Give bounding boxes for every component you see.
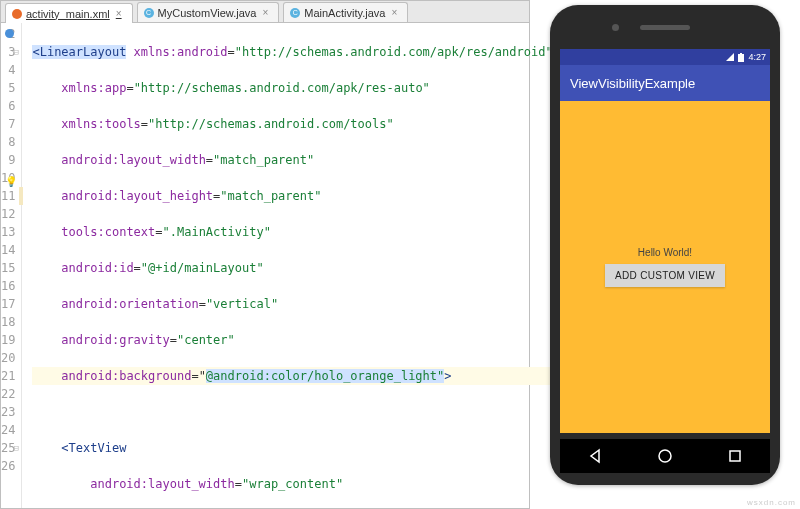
xml-tag: <LinearLayout [32, 45, 126, 59]
svg-point-4 [659, 450, 671, 462]
tab-mycustomview-java[interactable]: C MyCustomView.java × [137, 2, 280, 22]
code-area[interactable]: 2 3 4 5 6 7 8 9 💡10 11 12 13 14 15 16 17… [1, 23, 529, 508]
fold-icon[interactable]: ⊟ [13, 43, 18, 61]
editor-tabs: activity_main.xml × C MyCustomView.java … [1, 1, 529, 23]
status-bar: 4:27 [560, 49, 770, 65]
svg-rect-2 [740, 53, 742, 54]
home-icon[interactable] [657, 448, 673, 464]
watermark: wsxdn.com [747, 498, 796, 507]
tab-label: MyCustomView.java [158, 7, 257, 19]
app-body: Hello World! ADD CUSTOM VIEW [560, 101, 770, 433]
battery-icon [738, 53, 744, 62]
selected-value: @android:color/holo_orange_light" [206, 369, 444, 383]
svg-rect-1 [738, 54, 744, 62]
close-icon[interactable]: × [116, 8, 122, 19]
status-time: 4:27 [748, 52, 766, 62]
svg-marker-3 [591, 450, 599, 462]
line-number-gutter: 2 3 4 5 6 7 8 9 💡10 11 12 13 14 15 16 17… [1, 23, 22, 508]
tab-activity-main-xml[interactable]: activity_main.xml × [5, 3, 133, 23]
tab-label: activity_main.xml [26, 8, 110, 20]
svg-rect-5 [730, 451, 740, 461]
close-icon[interactable]: × [391, 7, 397, 18]
xml-file-icon [12, 9, 22, 19]
lightbulb-icon[interactable]: 💡 [5, 173, 14, 182]
app-title: ViewVisibilityExample [570, 76, 695, 91]
tab-mainactivity-java[interactable]: C MainActivity.java × [283, 2, 408, 22]
device-screen: 4:27 ViewVisibilityExample Hello World! … [560, 49, 770, 433]
device-emulator: 4:27 ViewVisibilityExample Hello World! … [550, 5, 780, 485]
breakpoint-icon[interactable] [5, 29, 14, 38]
navigation-bar [560, 439, 770, 473]
sensor-icon [612, 24, 619, 31]
add-custom-view-button[interactable]: ADD CUSTOM VIEW [605, 264, 725, 287]
signal-icon [726, 53, 734, 61]
fold-icon[interactable]: ⊟ [13, 439, 18, 457]
close-icon[interactable]: × [262, 7, 268, 18]
app-bar: ViewVisibilityExample [560, 65, 770, 101]
code-editor-body[interactable]: ⊟<LinearLayout xmlns:android="http://sch… [22, 23, 552, 508]
recent-apps-icon[interactable] [727, 448, 743, 464]
back-icon[interactable] [587, 448, 603, 464]
svg-marker-0 [726, 53, 734, 61]
speaker-icon [640, 25, 690, 30]
editor-pane: activity_main.xml × C MyCustomView.java … [0, 0, 530, 509]
java-file-icon: C [290, 8, 300, 18]
tab-label: MainActivity.java [304, 7, 385, 19]
java-file-icon: C [144, 8, 154, 18]
hello-text: Hello World! [638, 247, 692, 258]
